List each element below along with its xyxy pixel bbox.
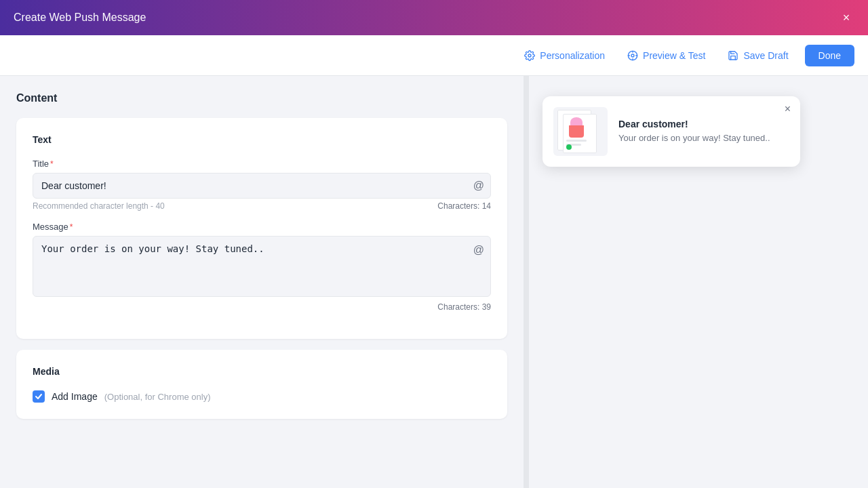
save-draft-button[interactable]: Save Draft	[722, 45, 793, 66]
title-hint-text: Recommended character length - 40	[33, 201, 165, 211]
thumb-dot	[566, 144, 572, 150]
preview-body: Your order is on your way! Stay tuned..	[618, 132, 770, 144]
add-image-row: Add Image (Optional, for Chrome only)	[33, 390, 491, 403]
text-card-heading: Text	[33, 134, 491, 145]
at-icon-title[interactable]: @	[473, 180, 484, 192]
title-char-count: Characters: 14	[437, 201, 491, 211]
main-area: Content Text Title * @ Recommended chara…	[0, 76, 868, 488]
content-heading: Content	[16, 92, 507, 104]
right-panel: ×	[529, 76, 868, 488]
add-image-checkbox[interactable]	[33, 390, 45, 403]
preview-icon	[627, 49, 639, 62]
thumb-body	[569, 125, 584, 138]
close-icon[interactable]: ×	[838, 9, 854, 26]
title-input[interactable]	[33, 173, 491, 199]
preview-test-button[interactable]: Preview & Test	[621, 45, 711, 66]
thumb-front-page	[563, 114, 597, 153]
personalization-label: Personalization	[540, 50, 605, 61]
preview-notification-card: ×	[542, 96, 800, 167]
save-icon	[727, 49, 739, 62]
toolbar: Personalization Preview & Test Save Draf…	[0, 35, 868, 76]
media-card-heading: Media	[33, 366, 491, 377]
save-draft-label: Save Draft	[743, 50, 788, 61]
thumb-line1	[566, 140, 587, 142]
preview-text-area: Dear customer! Your order is on your way…	[618, 119, 770, 144]
text-card: Text Title * @ Recommended character len…	[16, 118, 507, 339]
page-title: Create Web Push Message	[14, 12, 146, 24]
message-hint-row: Characters: 39	[33, 302, 491, 312]
left-panel: Content Text Title * @ Recommended chara…	[0, 76, 524, 488]
title-required: *	[50, 159, 54, 169]
panel-divider	[524, 76, 529, 488]
preview-test-label: Preview & Test	[643, 50, 705, 61]
message-label: Message *	[33, 222, 491, 232]
message-required: *	[70, 222, 73, 232]
at-icon-message[interactable]: @	[473, 244, 484, 256]
message-char-count: Characters: 39	[437, 302, 491, 312]
preview-title: Dear customer!	[618, 119, 770, 129]
title-hint-row: Recommended character length - 40 Charac…	[33, 201, 491, 211]
header: Create Web Push Message ×	[0, 0, 868, 35]
gear-icon	[524, 49, 536, 62]
preview-thumbnail	[553, 107, 608, 156]
message-textarea[interactable]	[33, 236, 491, 297]
personalization-button[interactable]: Personalization	[518, 45, 610, 66]
title-field-group: Title * @ Recommended character length -…	[33, 159, 491, 211]
preview-close-icon[interactable]: ×	[785, 103, 791, 115]
media-card: Media Add Image (Optional, for Chrome on…	[16, 350, 507, 419]
svg-point-2	[631, 54, 634, 57]
thumb-inner	[553, 107, 608, 156]
add-image-sublabel: (Optional, for Chrome only)	[104, 392, 211, 402]
add-image-label: Add Image	[52, 391, 98, 402]
svg-point-0	[528, 54, 531, 57]
title-input-wrap: @	[33, 173, 491, 199]
title-label: Title *	[33, 159, 491, 169]
message-input-wrap: @	[33, 236, 491, 300]
done-button[interactable]: Done	[805, 45, 854, 66]
message-field-group: Message * @ Characters: 39	[33, 222, 491, 312]
